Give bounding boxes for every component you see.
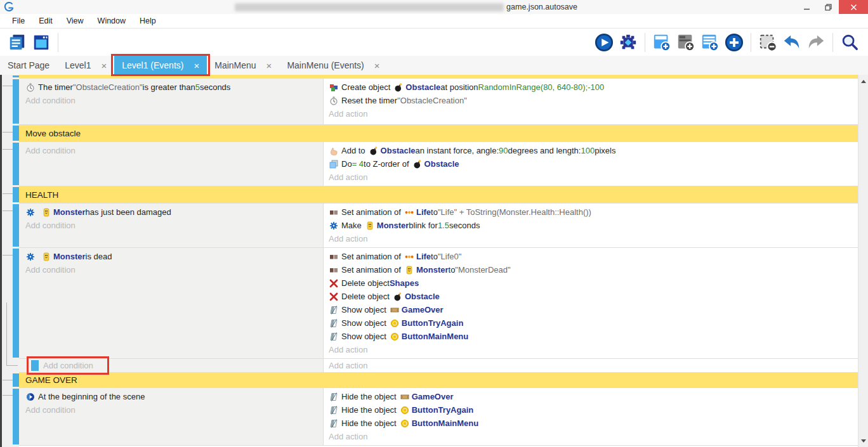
restore-button[interactable] bbox=[817, 0, 839, 14]
delete-event-button[interactable] bbox=[758, 32, 778, 53]
events-editor: The timer "ObstacleCreation" is greater … bbox=[0, 75, 868, 447]
tab-label: Start Page bbox=[8, 60, 49, 70]
action-line[interactable]: Reset the timer "ObstacleCreation" bbox=[329, 94, 853, 107]
panel-left-edge bbox=[0, 75, 2, 447]
action-line[interactable]: Delete object Obstacle bbox=[329, 290, 853, 303]
condition-line[interactable]: The timer "ObstacleCreation" is greater … bbox=[25, 81, 318, 94]
scene-editor-button[interactable] bbox=[31, 32, 51, 53]
tab-close-icon[interactable]: × bbox=[266, 61, 272, 70]
action-line[interactable]: Set animation of Monster to "MonsterDead… bbox=[329, 263, 853, 276]
add-condition-button[interactable]: Add condition bbox=[43, 359, 93, 372]
tab-start-page[interactable]: Start Page bbox=[0, 56, 57, 75]
condition-line[interactable]: Monster has just been damaged bbox=[25, 205, 318, 219]
condition-line[interactable]: Monster is dead bbox=[25, 250, 318, 263]
add-event-button[interactable] bbox=[652, 32, 672, 53]
event-row-timer-obstacle[interactable]: The timer "ObstacleCreation" is greater … bbox=[19, 79, 858, 125]
add-condition-button[interactable]: Add condition bbox=[25, 94, 318, 107]
object-name: Obstacle bbox=[405, 82, 440, 92]
add-condition-button[interactable]: Add condition bbox=[25, 263, 318, 276]
action-line[interactable]: Show object GameOver bbox=[329, 303, 853, 316]
menu-item-file[interactable]: File bbox=[5, 15, 32, 27]
plain-text: is dead bbox=[86, 252, 112, 261]
group-header-move-obstacle[interactable]: Move obstacle bbox=[19, 125, 858, 142]
tab-close-icon[interactable]: × bbox=[101, 61, 107, 70]
conditions-panel[interactable]: Add condition bbox=[19, 142, 324, 186]
toolbar-separator bbox=[832, 33, 833, 52]
conditions-panel[interactable]: At the beginning of the sceneAdd conditi… bbox=[19, 388, 324, 445]
action-line[interactable]: Create object Obstacle at position Rando… bbox=[329, 81, 853, 94]
add-condition-button[interactable]: Add condition bbox=[25, 403, 318, 417]
string-text: "ObstacleCreation" bbox=[73, 82, 143, 92]
conditions-panel[interactable]: Monster is deadAdd condition bbox=[19, 248, 324, 358]
actions-panel[interactable]: Set animation of Life to "Life0"Set anim… bbox=[324, 248, 858, 358]
event-row-empty-subevent[interactable]: Add conditionAdd action bbox=[19, 359, 858, 373]
object-name: ButtonMainMenu bbox=[402, 332, 468, 341]
event-row-monster-damaged[interactable]: Monster has just been damagedAdd conditi… bbox=[19, 204, 858, 248]
tab-close-icon[interactable]: × bbox=[374, 61, 380, 70]
object-name: GameOver bbox=[412, 392, 454, 401]
button-round-icon bbox=[400, 419, 409, 428]
event-row-monster-dead[interactable]: Monster is deadAdd conditionSet animatio… bbox=[19, 248, 858, 359]
event-row-move-obstacle[interactable]: Add conditionAdd to Obstacle an instant … bbox=[19, 142, 858, 186]
tab-level1-events[interactable]: Level1 (Events)× bbox=[114, 56, 207, 75]
actions-panel[interactable]: Hide the object GameOverHide the object … bbox=[324, 388, 858, 445]
condition-line[interactable]: At the beginning of the scene bbox=[25, 390, 318, 403]
actions-panel[interactable]: Create object Obstacle at position Rando… bbox=[324, 79, 858, 124]
add-action-button[interactable]: Add action bbox=[329, 232, 853, 245]
conditions-panel[interactable]: The timer "ObstacleCreation" is greater … bbox=[19, 79, 324, 124]
add-action-button[interactable]: Add action bbox=[329, 107, 853, 120]
conditions-panel[interactable]: Monster has just been damagedAdd conditi… bbox=[19, 204, 324, 247]
vertical-scrollbar[interactable] bbox=[858, 75, 868, 447]
action-line[interactable]: Do = 4 to Z-order of Obstacle bbox=[329, 157, 853, 171]
play-button[interactable] bbox=[594, 32, 614, 53]
close-button[interactable] bbox=[839, 0, 868, 14]
action-line[interactable]: Show object ButtonTryAgain bbox=[329, 316, 853, 330]
conditions-panel[interactable]: Add condition bbox=[19, 359, 324, 372]
action-line[interactable]: Set animation of Life to "Life" + ToStri… bbox=[329, 205, 853, 219]
action-line[interactable]: Hide the object ButtonMainMenu bbox=[329, 417, 853, 430]
menu-item-view[interactable]: View bbox=[60, 15, 91, 27]
add-comment-button[interactable] bbox=[676, 32, 696, 53]
minimize-button[interactable] bbox=[796, 0, 817, 14]
tab-mainmenu[interactable]: MainMenu× bbox=[207, 56, 279, 75]
search-button[interactable] bbox=[839, 32, 860, 53]
action-line[interactable]: Delete object Shapes bbox=[329, 276, 853, 290]
event-selection-chip[interactable] bbox=[31, 360, 39, 371]
object-name: Obstacle bbox=[381, 146, 416, 155]
actions-panel[interactable]: Add to Obstacle an instant force, angle:… bbox=[324, 142, 858, 186]
action-line[interactable]: Hide the object GameOver bbox=[329, 390, 853, 403]
add-action-button[interactable]: Add action bbox=[329, 359, 367, 372]
add-action-button[interactable]: Add action bbox=[329, 171, 853, 184]
tab-mainmenu-events[interactable]: MainMenu (Events)× bbox=[279, 56, 387, 75]
actions-panel[interactable]: Set animation of Life to "Life" + ToStri… bbox=[324, 204, 858, 247]
action-line[interactable]: Show object ButtonMainMenu bbox=[329, 330, 853, 343]
add-subevent-button[interactable] bbox=[700, 32, 720, 53]
add-condition-button[interactable]: Add condition bbox=[25, 219, 318, 232]
group-header-game-over[interactable]: GAME OVER bbox=[19, 373, 858, 388]
add-action-button[interactable]: Add action bbox=[329, 343, 853, 356]
action-line[interactable]: Add to Obstacle an instant force, angle:… bbox=[329, 144, 853, 157]
timer-icon bbox=[329, 96, 338, 105]
menu-item-help[interactable]: Help bbox=[133, 15, 163, 27]
add-condition-button[interactable]: Add condition bbox=[25, 144, 318, 157]
tab-level1[interactable]: Level1× bbox=[57, 56, 114, 75]
event-row-scene-begin[interactable]: At the beginning of the sceneAdd conditi… bbox=[19, 388, 858, 446]
redo-button[interactable] bbox=[806, 32, 826, 53]
button-round-icon bbox=[390, 332, 399, 341]
tree-tick bbox=[3, 380, 13, 380]
menu-item-window[interactable]: Window bbox=[91, 15, 133, 27]
add-action-button[interactable]: Add action bbox=[329, 430, 853, 443]
tab-close-icon[interactable]: × bbox=[194, 61, 199, 70]
undo-button[interactable] bbox=[782, 32, 802, 53]
action-line[interactable]: Hide the object ButtonTryAgain bbox=[329, 403, 853, 417]
menu-item-edit[interactable]: Edit bbox=[32, 15, 60, 27]
debug-button[interactable] bbox=[618, 32, 638, 53]
action-line[interactable]: Make Monster blink for 1.5 seconds bbox=[329, 219, 853, 232]
group-header-health[interactable]: HEALTH bbox=[19, 186, 858, 204]
scroll-down-arrow[interactable] bbox=[858, 436, 868, 446]
action-line[interactable]: Set animation of Life to "Life0" bbox=[329, 250, 853, 263]
add-other-button[interactable] bbox=[724, 32, 744, 53]
scroll-up-arrow[interactable] bbox=[858, 76, 868, 86]
project-manager-button[interactable] bbox=[7, 32, 27, 53]
actions-panel[interactable]: Add action bbox=[324, 359, 858, 372]
